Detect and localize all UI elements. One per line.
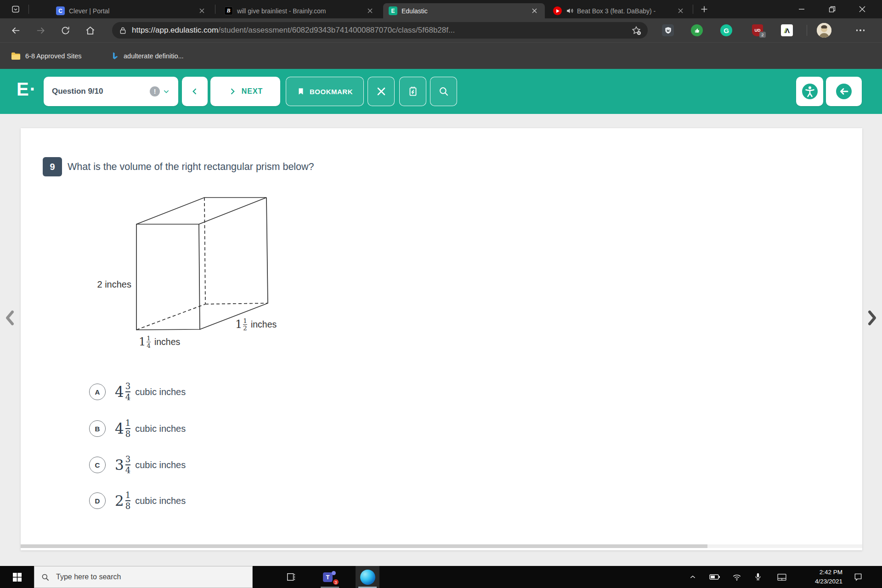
next-question-button[interactable]: NEXT bbox=[210, 77, 280, 106]
answer-option-b[interactable]: B 4 18 cubic inches bbox=[89, 412, 186, 446]
extension-ud[interactable]: UD2 bbox=[752, 24, 764, 37]
tab-clever[interactable]: C Clever | Portal bbox=[51, 3, 212, 18]
option-letter-circle[interactable]: A bbox=[89, 384, 106, 400]
tray-show-hidden-icons[interactable] bbox=[684, 566, 702, 588]
option-letter-circle[interactable]: B bbox=[89, 420, 106, 437]
start-button[interactable] bbox=[0, 566, 34, 588]
bookmark-question-button[interactable]: BOOKMARK bbox=[286, 77, 364, 106]
scrollbar-thumb[interactable] bbox=[21, 544, 707, 548]
search-placeholder: Type here to search bbox=[56, 573, 121, 581]
prism-figure: 2 inches 1 14 inches 1 12 inches bbox=[83, 191, 331, 361]
teams-icon: T 3 bbox=[322, 570, 337, 584]
windows-logo-icon bbox=[13, 573, 22, 582]
close-window-button[interactable] bbox=[847, 0, 877, 18]
exit-arrow-icon bbox=[835, 83, 853, 100]
task-view-icon bbox=[286, 572, 296, 582]
answer-option-a[interactable]: A 4 34 cubic inches bbox=[89, 375, 186, 409]
play-icon bbox=[556, 9, 560, 13]
extension-shield[interactable] bbox=[662, 24, 674, 37]
close-tab-icon[interactable] bbox=[675, 6, 685, 16]
tab-edulastic[interactable]: E Edulastic bbox=[383, 3, 545, 18]
accessibility-button[interactable] bbox=[796, 77, 823, 106]
accessibility-icon bbox=[801, 83, 819, 100]
bookmark-label: adulterate definitio... bbox=[124, 52, 184, 60]
prism-drawing bbox=[83, 191, 331, 361]
taskbar-edge[interactable] bbox=[356, 566, 379, 588]
battery-icon bbox=[709, 573, 720, 581]
option-letter-circle[interactable]: C bbox=[89, 457, 106, 473]
close-tab-icon[interactable] bbox=[529, 6, 539, 16]
tab-brainly[interactable]: B will give brainliest - Brainly.com bbox=[219, 3, 380, 18]
action-center-button[interactable] bbox=[849, 566, 867, 588]
home-button[interactable] bbox=[81, 21, 99, 40]
horizontal-scrollbar[interactable] bbox=[21, 544, 862, 548]
task-view-button[interactable] bbox=[279, 566, 303, 588]
action-center-icon bbox=[854, 572, 863, 582]
edge-icon bbox=[360, 570, 375, 585]
question-number-badge: 9 bbox=[43, 157, 62, 176]
taskbar-teams[interactable]: T 3 bbox=[318, 566, 342, 588]
tray-wifi[interactable] bbox=[728, 566, 746, 588]
tray-clock[interactable]: 2:42 PM 4/23/2021 bbox=[798, 566, 842, 588]
divider bbox=[215, 5, 215, 14]
tray-microphone[interactable] bbox=[749, 566, 767, 588]
answer-option-d[interactable]: D 2 18 cubic inches bbox=[89, 484, 186, 518]
forward-button[interactable] bbox=[31, 21, 50, 40]
refresh-button[interactable] bbox=[56, 21, 74, 40]
option-value: 3 bbox=[115, 457, 124, 473]
teams-notification-badge: 3 bbox=[332, 578, 339, 586]
tray-touchpad[interactable] bbox=[773, 566, 791, 588]
bookmark-folder-approved-sites[interactable]: 6-8 Approved Sites bbox=[7, 48, 85, 64]
magnifier-icon bbox=[438, 85, 450, 97]
option-fraction: 34 bbox=[125, 382, 130, 402]
clear-answer-button[interactable] bbox=[368, 77, 395, 106]
next-button-label: NEXT bbox=[242, 87, 263, 96]
option-fraction: 34 bbox=[125, 455, 130, 475]
option-fraction: 18 bbox=[125, 418, 130, 439]
close-tab-icon[interactable] bbox=[365, 6, 375, 16]
option-letter-circle[interactable]: D bbox=[89, 492, 106, 509]
audio-playing-icon[interactable] bbox=[566, 7, 574, 15]
question-text: What is the volume of the right rectangu… bbox=[68, 161, 314, 173]
restore-button[interactable] bbox=[817, 0, 847, 18]
x-icon bbox=[376, 86, 387, 97]
chevron-right-icon bbox=[867, 310, 878, 326]
minimize-button[interactable] bbox=[786, 0, 817, 18]
chevron-down-icon bbox=[163, 88, 170, 95]
address-bar[interactable]: https://app.edulastic.com/student/assess… bbox=[112, 22, 648, 39]
bookmark-icon bbox=[297, 87, 305, 96]
taskbar-search[interactable]: Type here to search bbox=[34, 566, 253, 588]
browser-menu-button[interactable] bbox=[853, 24, 868, 37]
magnifier-button[interactable] bbox=[430, 77, 457, 106]
url-host: https://app.edulastic.com bbox=[132, 26, 218, 34]
answer-option-c[interactable]: C 3 34 cubic inches bbox=[89, 448, 186, 482]
add-favorite-icon[interactable] bbox=[631, 25, 641, 35]
microphone-icon bbox=[754, 572, 762, 582]
new-tab-button[interactable] bbox=[696, 3, 712, 16]
tray-battery[interactable] bbox=[706, 566, 724, 588]
extension-grammarly[interactable]: G bbox=[720, 24, 733, 37]
scratchpad-button[interactable] bbox=[399, 77, 426, 106]
option-value: 4 bbox=[115, 420, 124, 437]
notepad-icon bbox=[407, 85, 419, 97]
ud-badge: 2 bbox=[759, 32, 766, 38]
touchpad-icon bbox=[777, 573, 787, 581]
extension-lambda[interactable]: /Λ bbox=[780, 24, 793, 37]
browser-tab-strip: C Clever | Portal B will give brainliest… bbox=[0, 0, 882, 18]
browser-toolbar: https://app.edulastic.com/student/assess… bbox=[0, 18, 882, 42]
scroll-left-chevron[interactable] bbox=[2, 308, 17, 328]
bookmark-adulterate[interactable]: adulterate definitio... bbox=[107, 48, 187, 64]
extension-thumbs-up[interactable] bbox=[690, 24, 703, 37]
close-tab-icon[interactable] bbox=[197, 6, 207, 16]
question-selector[interactable]: Question 9/10 ! bbox=[44, 77, 178, 106]
edulastic-logo: E bbox=[17, 80, 36, 98]
back-button[interactable] bbox=[6, 21, 25, 40]
height-label: 2 inches bbox=[83, 279, 131, 290]
tab-actions-button[interactable] bbox=[6, 3, 25, 16]
tab-title: Edulastic bbox=[401, 7, 526, 15]
previous-question-button[interactable] bbox=[182, 77, 208, 106]
profile-avatar[interactable] bbox=[817, 23, 831, 38]
scroll-right-chevron[interactable] bbox=[865, 308, 880, 328]
exit-button[interactable] bbox=[826, 77, 862, 106]
tab-youtube-music[interactable]: Beat Box 3 (feat. DaBaby) - bbox=[548, 3, 691, 18]
